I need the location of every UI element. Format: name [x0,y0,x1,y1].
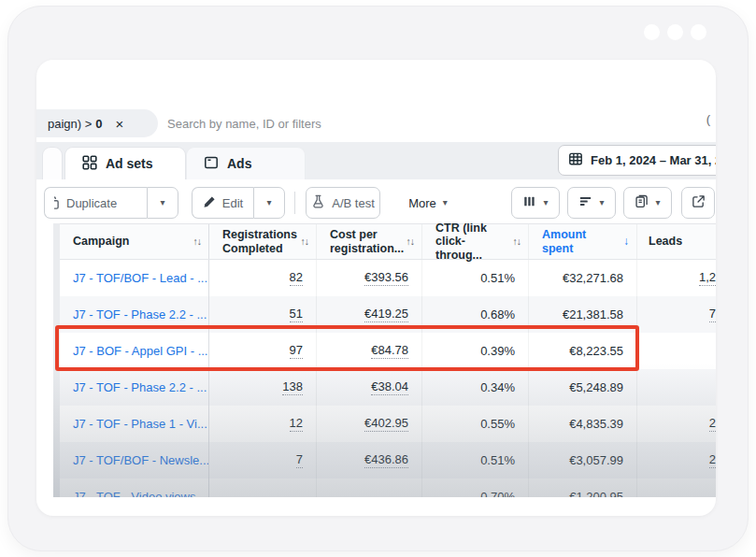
registrations-value: 97 [290,343,303,359]
campaign-link[interactable]: J7 - TOF - Phase 2.2 - ... [73,307,207,321]
amount-value: €8,223.55 [569,344,623,358]
duplicate-label: Duplicate [66,196,117,210]
tab-label: Ad sets [106,156,153,171]
header-ctr[interactable]: CTR (link click-throug... ↑↓ [422,224,529,259]
action-toolbar: Duplicate ▾ Edit ▾ [36,187,716,219]
export-icon [692,194,706,211]
breakdown-button[interactable]: ▾ [567,187,616,219]
leads-value: 7 [709,307,716,322]
duplicate-dropdown-button[interactable]: ▾ [147,187,178,219]
flask-icon [311,194,325,211]
campaign-link[interactable]: J7 - BOF - Appel GPI - ... [73,344,208,358]
cost-value: €419.25 [364,307,408,322]
header-amount-spent[interactable]: Amount spent ↓ [529,224,637,259]
date-range-label: Feb 1, 2024 – Mar 31, 2024 [591,153,716,167]
tab-campaigns-clipped[interactable] [42,147,63,179]
header-cost-per-registration[interactable]: Cost per registration... ↑↓ [317,224,422,259]
table-row[interactable]: J7 - TOF/BOF - Newsle... 7 €436.86 0.51%… [60,442,716,478]
table-row[interactable]: J7 - TOF - Phase 2.2 - ... 138 €38.04 0.… [60,369,716,406]
filter-chip[interactable]: paign) > 0 × [36,109,158,137]
campaign-link[interactable]: J7 - TOF/BOF - Lead - ... [73,271,207,285]
tab-ads[interactable]: Ads [186,147,306,179]
date-range-button[interactable]: Feb 1, 2024 – Mar 31, 2024 [558,145,716,176]
ctr-value: 0.70% [480,490,515,497]
ctr-value: 0.51% [480,453,515,467]
window-controls [644,24,706,40]
chevron-down-icon: ▾ [543,198,548,207]
close-icon[interactable]: × [116,117,124,131]
campaign-link[interactable]: J7 - TOF - Phase 2.2 - ... [73,380,207,394]
window-dot-icon [667,24,683,40]
cost-value: — [396,490,408,497]
sort-updown-icon[interactable]: ↑↓ [407,236,415,247]
sort-down-icon[interactable]: ↓ [623,236,629,249]
ad-frame-icon [204,155,219,173]
toolbar-divider [294,192,295,214]
chevron-down-icon: ▾ [599,198,604,207]
edit-dropdown-button[interactable]: ▾ [253,187,285,219]
table-row[interactable]: J7 - TOF - Phase 1 - Vi... 12 €402.95 0.… [60,406,716,442]
table-row[interactable]: J7 - TOF - Phase 2.2 - ... 51 €419.25 0.… [60,296,716,333]
columns-icon [522,194,536,211]
amount-value: €32,271.68 [563,271,623,285]
edit-label: Edit [222,196,243,210]
chevron-down-icon: ▾ [443,198,448,207]
tab-label: Ads [227,156,251,171]
sort-updown-icon[interactable]: ↑↓ [513,236,521,247]
filter-chip-value: 0 [95,117,102,131]
campaign-link[interactable]: J7 - TOF - Video views [73,490,196,497]
header-registrations[interactable]: Registrations Completed ↑↓ [209,224,317,259]
window-dot-icon [644,24,660,40]
pencil-icon [203,195,216,211]
filter-chip-text: paign) > [48,117,92,131]
registrations-value: — [291,490,303,497]
leads-value: 1,2 [699,270,716,286]
amount-value: €4,835.39 [569,417,623,431]
campaign-link[interactable]: J7 - TOF/BOF - Newsle... [73,453,208,467]
browser-frame: paign) > 0 × ( Ad sets Ads [7,6,749,551]
clipped-text: ( [706,112,710,126]
calendar-icon [568,151,583,169]
table-row-highlighted[interactable]: J7 - BOF - Appel GPI - ... 97 €84.78 0.3… [60,333,716,369]
chevron-down-icon: ▾ [655,198,660,207]
ctr-value: 0.39% [480,344,515,358]
sort-updown-icon[interactable]: ↑↓ [193,236,202,247]
table-left-gutter [53,223,60,497]
registrations-value: 7 [296,452,303,468]
columns-button[interactable]: ▾ [511,187,560,219]
registrations-value: 12 [290,416,303,432]
table-row[interactable]: J7 - TOF - Video views — — 0.70% €1,200.… [60,478,716,497]
ab-test-button[interactable]: A/B test [306,187,380,219]
search-input[interactable] [165,111,446,136]
window-dot-icon [691,24,706,40]
amount-value: €3,057.99 [569,453,623,467]
more-label: More [408,196,436,210]
amount-value: €21,381.58 [563,307,623,321]
registrations-value: 138 [282,379,303,395]
cost-value: €393.56 [364,270,408,286]
ctr-value: 0.51% [480,271,515,285]
chevron-down-icon: ▾ [160,198,164,207]
table-row[interactable]: J7 - TOF/BOF - Lead - ... 82 €393.56 0.5… [60,260,716,296]
duplicate-button[interactable]: Duplicate [44,187,147,219]
leads-value: 2 [709,416,716,432]
registrations-value: 82 [290,270,303,286]
ads-manager-card: paign) > 0 × ( Ad sets Ads [36,60,716,516]
cost-value: €38.04 [371,379,408,395]
header-leads[interactable]: Leads [637,224,716,259]
reports-icon [635,194,649,211]
edit-button[interactable]: Edit [192,187,253,219]
breakdown-icon [578,194,592,211]
reports-button[interactable]: ▾ [623,187,672,219]
cost-value: €436.86 [364,452,408,468]
campaign-table: Campaign ↑↓ Registrations Completed ↑↓ C… [36,223,716,497]
amount-value: €1,200.95 [569,490,623,497]
export-button[interactable] [681,187,715,219]
more-button[interactable]: More ▾ [399,187,457,219]
header-campaign[interactable]: Campaign ↑↓ [60,224,209,259]
sort-updown-icon[interactable]: ↑↓ [301,236,309,247]
campaign-link[interactable]: J7 - TOF - Phase 1 - Vi... [73,417,207,431]
tab-ad-sets[interactable]: Ad sets [64,147,186,179]
cost-value: €84.78 [371,343,408,359]
ctr-value: 0.55% [480,417,515,431]
